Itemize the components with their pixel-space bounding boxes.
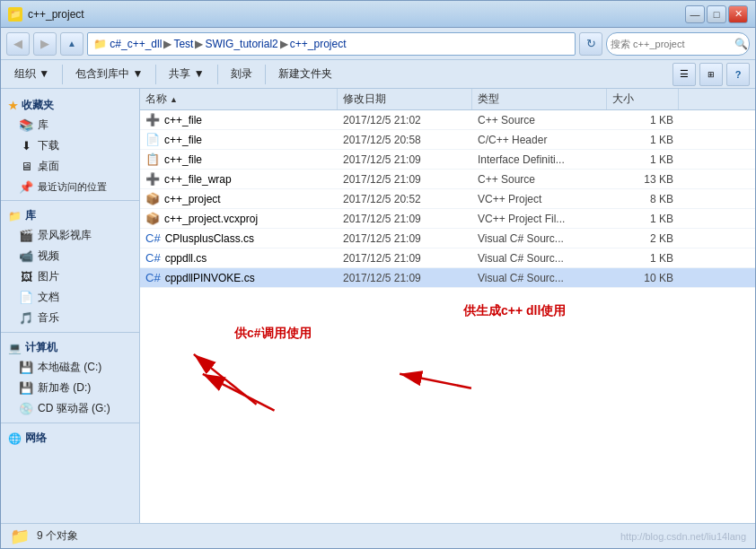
- col-header-date[interactable]: 修改日期: [338, 89, 472, 109]
- pictures-icon: 🖼: [19, 270, 33, 284]
- drive-g-icon: 💿: [19, 402, 33, 416]
- file-size: 2 KB: [607, 232, 679, 245]
- sidebar-item-download[interactable]: ⬇ 下载: [1, 135, 139, 156]
- file-cell-name: 📄 c++_file: [140, 133, 338, 146]
- new-folder-button[interactable]: 新建文件夹: [270, 63, 340, 86]
- address-path[interactable]: 📁 c#_c++_dll ▶ Test ▶ SWIG_tutorial2 ▶ c…: [87, 32, 576, 56]
- file-cell-name: ➕ c++_file_wrap: [140, 172, 338, 186]
- sidebar-item-drive-d[interactable]: 💾 新加卷 (D:): [1, 378, 139, 398]
- file-size: 13 KB: [607, 173, 679, 186]
- file-row[interactable]: ➕ c++_file_wrap 2017/12/5 21:09 C++ Sour…: [140, 170, 755, 189]
- drive-c-icon: 💾: [19, 361, 33, 375]
- file-date: 2017/12/5 20:58: [338, 134, 472, 146]
- view-toggle-button[interactable]: ☰: [672, 63, 696, 86]
- file-date: 2017/12/5 21:09: [338, 173, 472, 186]
- sidebar-item-desktop[interactable]: 🖥 桌面: [1, 156, 139, 177]
- maximize-button[interactable]: □: [707, 5, 726, 23]
- sidebar-item-documents[interactable]: 📄 文档: [1, 287, 139, 308]
- file-row[interactable]: 📦 c++_project.vcxproj 2017/12/5 21:09 VC…: [140, 209, 755, 229]
- main-area: ★ 收藏夹 📚 库 ⬇ 下载 🖥 桌面 📌 最近访问的位置 📁: [1, 89, 755, 523]
- computer-icon: 💻: [8, 342, 22, 354]
- file-type: Visual C# Sourc...: [472, 272, 607, 284]
- path-part-3: SWIG_tutorial2: [205, 38, 277, 50]
- path-part-4: c++_project: [290, 38, 347, 50]
- sidebar-item-video-library[interactable]: 🎬 景风影视库: [1, 225, 139, 246]
- file-cell-name: ➕ c++_file: [140, 113, 338, 126]
- file-cell-name: C# cppdll.cs: [140, 251, 338, 265]
- status-bar: 📁 9 个对象 http://blog.csdn.net/liu14lang: [1, 523, 755, 548]
- window-title: c++_project: [28, 8, 685, 21]
- library-icon: 📚: [19, 118, 33, 133]
- sidebar-item-library[interactable]: 📚 库: [1, 115, 139, 135]
- favorites-header: ★ 收藏夹: [1, 94, 139, 115]
- sort-icon: ▲: [170, 95, 178, 104]
- refresh-button[interactable]: ↻: [579, 32, 602, 56]
- col-header-name[interactable]: 名称 ▲: [140, 89, 338, 109]
- svg-line-3: [203, 374, 275, 411]
- file-type: C++ Source: [472, 173, 607, 186]
- file-row[interactable]: C# CPlusplusClass.cs 2017/12/5 21:09 Vis…: [140, 229, 755, 248]
- file-row-selected[interactable]: C# cppdllPINVOKE.cs 2017/12/5 21:09 Visu…: [140, 268, 755, 288]
- file-row[interactable]: ➕ c++_file 2017/12/5 21:02 C++ Source 1 …: [140, 110, 755, 130]
- help-button[interactable]: ?: [726, 63, 750, 86]
- file-row[interactable]: 📋 c++_file 2017/12/5 21:09 Interface Def…: [140, 150, 755, 170]
- file-size: 1 KB: [607, 153, 679, 166]
- music-icon: 🎵: [19, 311, 33, 326]
- file-row[interactable]: 📄 c++_file 2017/12/5 20:58 C/C++ Header …: [140, 130, 755, 150]
- sidebar-item-drive-c[interactable]: 💾 本地磁盘 (C:): [1, 357, 139, 378]
- sidebar-item-pictures[interactable]: 🖼 图片: [1, 266, 139, 287]
- back-button[interactable]: ◀: [6, 32, 30, 56]
- sidebar-item-video[interactable]: 📹 视频: [1, 246, 139, 266]
- organize-button[interactable]: 组织 ▼: [6, 63, 57, 86]
- window-icon: 📁: [8, 7, 22, 22]
- toolbar-sep-1: [62, 65, 63, 84]
- column-headers: 名称 ▲ 修改日期 类型 大小: [140, 89, 755, 110]
- forward-button[interactable]: ▶: [33, 32, 57, 56]
- search-input[interactable]: [611, 39, 734, 49]
- file-date: 2017/12/5 21:09: [338, 232, 472, 245]
- close-button[interactable]: ✕: [728, 5, 748, 23]
- file-area: 名称 ▲ 修改日期 类型 大小 ➕ c++: [140, 89, 755, 523]
- view-details-button[interactable]: ⊞: [699, 63, 723, 86]
- path-part-1: 📁 c#_c++_dll: [93, 38, 162, 50]
- sidebar-divider-2: [1, 332, 139, 333]
- library-section-icon: 📁: [8, 210, 22, 222]
- file-row[interactable]: C# cppdll.cs 2017/12/5 21:09 Visual C# S…: [140, 248, 755, 268]
- annotation-label-1: 供c#调用使用: [234, 326, 312, 342]
- star-icon: ★: [8, 100, 18, 112]
- cs-file-icon-3: C#: [145, 271, 161, 284]
- file-size: 10 KB: [607, 272, 679, 284]
- sidebar-item-music[interactable]: 🎵 音乐: [1, 308, 139, 328]
- annotation-label-2: 供生成c++ dll使用: [463, 303, 566, 319]
- file-date: 2017/12/5 20:52: [338, 193, 472, 205]
- file-row[interactable]: 📦 c++_project 2017/12/5 20:52 VC++ Proje…: [140, 189, 755, 209]
- toolbar-sep-4: [265, 65, 266, 84]
- status-folder-icon: 📁: [10, 527, 30, 546]
- col-header-type[interactable]: 类型: [472, 89, 607, 109]
- toolbar: 组织 ▼ 包含到库中 ▼ 共享 ▼ 刻录 新建文件夹 ☰ ⊞ ?: [1, 60, 755, 89]
- svg-line-5: [400, 374, 471, 388]
- documents-icon: 📄: [19, 291, 33, 305]
- burn-button[interactable]: 刻录: [223, 63, 260, 86]
- minimize-button[interactable]: —: [685, 5, 705, 23]
- desktop-icon: 🖥: [19, 160, 33, 174]
- network-header: 🌐 网络: [1, 427, 139, 448]
- search-icon: 🔍: [734, 38, 748, 50]
- include-library-button[interactable]: 包含到库中 ▼: [67, 63, 151, 86]
- title-bar: 📁 c++_project — □ ✕: [1, 1, 755, 28]
- up-button[interactable]: ▲: [60, 32, 84, 56]
- sidebar-item-drive-g[interactable]: 💿 CD 驱动器 (G:): [1, 398, 139, 419]
- cpp-file-icon: ➕: [145, 113, 160, 126]
- status-count: 9 个对象: [37, 528, 78, 544]
- file-date: 2017/12/5 21:09: [338, 252, 472, 265]
- file-type: VC++ Project: [472, 193, 607, 205]
- network-icon: 🌐: [8, 432, 22, 445]
- cpp-wrap-file-icon: ➕: [145, 172, 160, 186]
- sidebar-item-recent[interactable]: 📌 最近访问的位置: [1, 177, 139, 196]
- search-box[interactable]: 🔍: [606, 32, 750, 56]
- toolbar-right: ☰ ⊞ ?: [672, 63, 750, 86]
- share-button[interactable]: 共享 ▼: [161, 63, 212, 86]
- file-cell-name: C# CPlusplusClass.cs: [140, 231, 338, 245]
- computer-header: 💻 计算机: [1, 336, 139, 357]
- col-header-size[interactable]: 大小: [607, 89, 679, 109]
